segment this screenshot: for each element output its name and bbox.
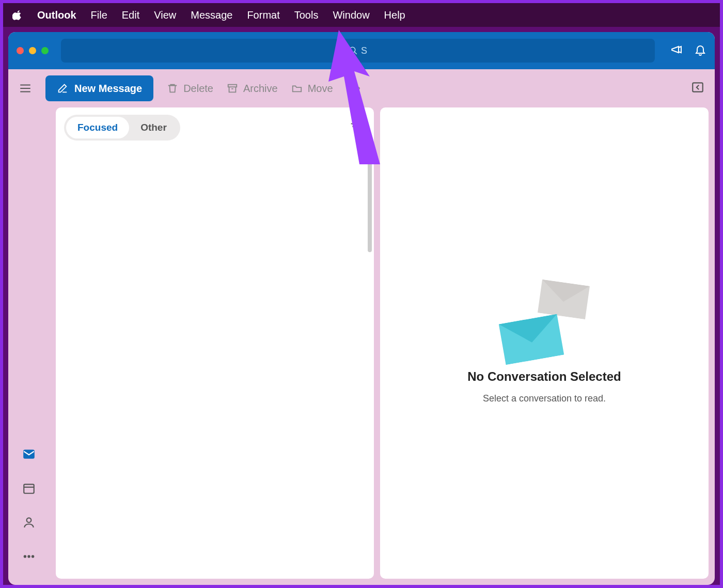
svg-rect-5 — [228, 85, 237, 87]
calendar-rail-icon[interactable] — [22, 482, 36, 495]
menu-format[interactable]: Format — [247, 9, 279, 21]
search-placeholder: S — [361, 45, 367, 56]
close-window-button[interactable] — [17, 47, 24, 54]
hamburger-menu-button[interactable] — [19, 82, 32, 95]
minimize-window-button[interactable] — [29, 47, 36, 54]
svg-point-0 — [350, 47, 355, 53]
filter-icon — [349, 121, 360, 132]
delete-button[interactable]: Delete — [167, 83, 213, 95]
app-name[interactable]: Outlook — [37, 9, 76, 21]
folder-move-icon — [291, 83, 303, 94]
svg-line-1 — [354, 52, 357, 54]
outlook-window: S New Message Delete Archive Move ••• — [8, 32, 715, 585]
content-area: Focused Other No Conversation Selected S… — [8, 107, 715, 585]
bell-icon[interactable] — [694, 43, 706, 58]
megaphone-icon[interactable] — [670, 43, 683, 58]
menu-edit[interactable]: Edit — [122, 9, 139, 21]
trash-icon — [167, 83, 178, 94]
left-navigation-rail — [8, 107, 50, 579]
filter-button[interactable] — [349, 121, 360, 134]
apple-logo-icon[interactable] — [12, 10, 23, 20]
svg-rect-6 — [693, 83, 703, 91]
list-scrollbar[interactable] — [368, 149, 372, 252]
archive-label: Archive — [243, 83, 278, 95]
svg-rect-8 — [24, 484, 34, 493]
message-list-pane: Focused Other — [56, 107, 374, 579]
envelope-blue-icon — [497, 314, 565, 365]
reading-pane: No Conversation Selected Select a conver… — [380, 107, 709, 579]
people-rail-icon[interactable] — [22, 516, 36, 529]
more-actions-button[interactable]: ••• — [347, 82, 362, 95]
empty-state-illustration — [500, 283, 588, 360]
tab-other[interactable]: Other — [129, 117, 178, 138]
menu-window[interactable]: Window — [333, 9, 369, 21]
svg-point-10 — [27, 518, 32, 522]
new-message-label: New Message — [74, 83, 142, 95]
macos-menubar: Outlook File Edit View Message Format To… — [3, 3, 720, 27]
move-label: Move — [308, 83, 333, 95]
delete-label: Delete — [183, 83, 213, 95]
svg-point-13 — [32, 555, 34, 557]
search-input[interactable]: S — [61, 39, 655, 63]
fullscreen-window-button[interactable] — [41, 47, 49, 54]
window-titlebar: S — [8, 32, 715, 69]
move-button[interactable]: Move — [291, 83, 333, 95]
menu-view[interactable]: View — [154, 9, 176, 21]
window-controls — [17, 47, 49, 54]
archive-icon — [227, 83, 238, 94]
mail-rail-icon[interactable] — [22, 447, 36, 461]
svg-point-11 — [24, 555, 26, 557]
toolbar: New Message Delete Archive Move ••• — [8, 69, 715, 107]
collapse-pane-button[interactable] — [691, 81, 704, 96]
menu-message[interactable]: Message — [191, 9, 232, 21]
new-message-button[interactable]: New Message — [45, 75, 153, 101]
empty-state-subtitle: Select a conversation to read. — [483, 393, 606, 404]
menu-help[interactable]: Help — [384, 9, 405, 21]
envelope-grey-icon — [537, 279, 590, 319]
tab-focused[interactable]: Focused — [66, 117, 129, 138]
inbox-tabs: Focused Other — [56, 107, 374, 148]
focused-other-toggle: Focused Other — [64, 115, 180, 141]
menu-tools[interactable]: Tools — [294, 9, 319, 21]
more-rail-icon[interactable] — [22, 550, 36, 563]
menu-file[interactable]: File — [91, 9, 107, 21]
empty-state-title: No Conversation Selected — [467, 369, 621, 384]
archive-button[interactable]: Archive — [227, 83, 278, 95]
search-icon — [349, 46, 358, 55]
compose-icon — [57, 83, 68, 94]
svg-point-12 — [28, 555, 29, 557]
